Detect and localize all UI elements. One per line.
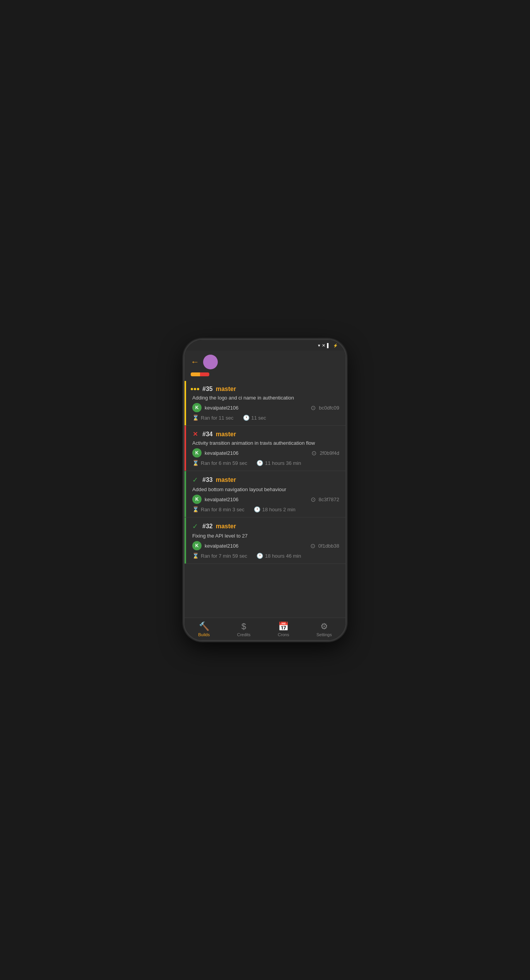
clock-icon: 🕐	[256, 553, 263, 559]
build-item-34[interactable]: ✕ #34 master Activity transition animati…	[185, 426, 345, 471]
commit-icon: ⊙	[311, 496, 316, 503]
build-branch: master	[216, 523, 236, 530]
status-badge-row	[191, 372, 339, 376]
build-number: #35	[202, 386, 213, 393]
commit-icon: ⊙	[311, 449, 316, 457]
nav-builds[interactable]: 🔨 Builds	[192, 619, 216, 639]
build-list: #35 master Adding the logo and ci name i…	[185, 381, 345, 618]
battery-bolt-icon: ⚡	[333, 343, 338, 348]
elapsed-time: 18 hours 46 min	[265, 553, 301, 559]
app-header: ←	[185, 351, 345, 381]
build-branch: master	[216, 431, 236, 438]
user-avatar: K	[192, 541, 202, 550]
nav-settings-icon: ⚙	[320, 621, 328, 632]
success-icon: ✓	[191, 522, 199, 531]
signal-bars-icon: ▌	[327, 343, 330, 348]
hourglass-icon: ⌛	[192, 506, 199, 512]
build-item-32[interactable]: ✓ #32 master Fixing the API level to 27 …	[185, 517, 345, 564]
nav-settings[interactable]: ⚙ Settings	[310, 619, 338, 639]
phone-device: ▾ ✕ ▌ ⚡ ←	[184, 339, 346, 641]
commit-hash: 8c3f7872	[319, 497, 340, 502]
build-branch: master	[216, 386, 236, 393]
build-username: kevalpatel2106	[205, 405, 308, 411]
build-message: Fixing the API level to 27	[191, 533, 339, 539]
wifi-icon: ▾	[318, 343, 320, 348]
ran-for: Ran for 7 min 59 sec	[201, 553, 247, 559]
build-number: #33	[202, 476, 213, 483]
nav-credits-icon: $	[241, 621, 246, 632]
elapsed-time: 11 hours 36 min	[265, 460, 301, 466]
ran-for: Ran for 6 min 59 sec	[201, 460, 247, 466]
user-avatar: K	[192, 448, 202, 458]
hourglass-icon: ⌛	[192, 460, 199, 466]
ran-for: Ran for 8 min 3 sec	[201, 507, 244, 512]
failed-icon: ✕	[191, 430, 199, 438]
nav-settings-label: Settings	[316, 632, 332, 637]
user-avatar: K	[192, 403, 202, 412]
hourglass-icon: ⌛	[192, 553, 199, 559]
build-on-master-badge	[191, 372, 200, 376]
elapsed-time: 18 hours 2 min	[262, 507, 296, 512]
commit-hash: 2f0b9f4d	[320, 450, 339, 456]
build-number: #32	[202, 523, 213, 530]
back-button[interactable]: ←	[191, 357, 199, 367]
build-branch: master	[216, 476, 236, 483]
app-avatar	[203, 355, 218, 369]
hourglass-icon: ⌛	[192, 415, 199, 421]
build-message: Added bottom navigation layout behaviour	[191, 487, 339, 492]
build-message: Adding the logo and ci name in authentic…	[191, 395, 339, 401]
status-icons: ▾ ✕ ▌ ⚡	[318, 343, 339, 348]
success-icon: ✓	[191, 476, 199, 484]
build-username: kevalpatel2106	[205, 543, 307, 549]
commit-hash: 0f1dbb38	[318, 543, 339, 549]
status-bar: ▾ ✕ ▌ ⚡	[185, 340, 345, 351]
build-item-33[interactable]: ✓ #33 master Added bottom navigation lay…	[185, 471, 345, 517]
nav-credits-label: Credits	[237, 632, 251, 637]
nav-crons-icon: 📅	[278, 621, 289, 632]
build-username: kevalpatel2106	[205, 450, 308, 456]
pending-dots-icon	[191, 388, 199, 390]
build-message: Activity transition animation in travis …	[191, 440, 339, 446]
clock-icon: 🕐	[254, 506, 260, 512]
bottom-nav: 🔨 Builds $ Credits 📅 Crons ⚙ Settings	[185, 618, 345, 640]
nav-crons[interactable]: 📅 Crons	[272, 619, 295, 639]
commit-hash: bc0dfc09	[319, 405, 339, 411]
ran-for: Ran for 11 sec	[201, 415, 234, 421]
clock-icon: 🕐	[243, 415, 250, 421]
failed-badge	[200, 372, 209, 376]
nav-crons-label: Crons	[278, 632, 289, 637]
commit-icon: ⊙	[311, 404, 316, 411]
elapsed-time: 11 sec	[251, 415, 266, 421]
nav-credits[interactable]: $ Credits	[231, 619, 257, 639]
build-number: #34	[202, 431, 213, 438]
signal-cross-icon: ✕	[322, 343, 325, 348]
commit-icon: ⊙	[310, 542, 315, 550]
clock-icon: 🕐	[256, 460, 263, 466]
build-item-35[interactable]: #35 master Adding the logo and ci name i…	[185, 381, 345, 426]
build-username: kevalpatel2106	[205, 497, 308, 502]
nav-builds-icon: 🔨	[199, 621, 209, 632]
nav-builds-label: Builds	[198, 632, 210, 637]
user-avatar: K	[192, 495, 202, 504]
